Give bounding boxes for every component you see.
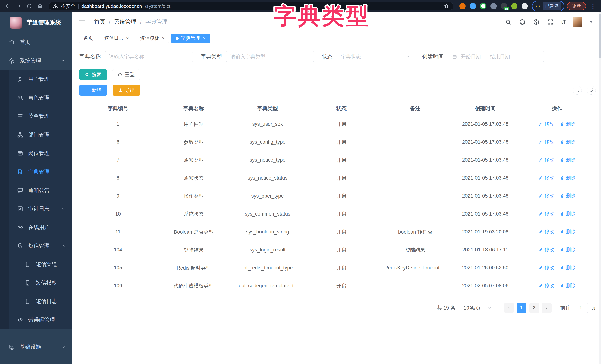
extension-blue-drop[interactable]	[470, 3, 476, 9]
sidebar-item-home[interactable]: 首页	[0, 33, 72, 51]
edit-link[interactable]: 修改	[539, 157, 554, 163]
edit-link[interactable]: 修改	[539, 192, 554, 199]
sidebar-item-role[interactable]: 角色管理	[0, 89, 72, 107]
date-range-picker[interactable]: 开始日期 - 结束日期	[448, 51, 544, 62]
help-icon[interactable]	[533, 19, 540, 25]
cell-type[interactable]: sys_user_sex	[230, 115, 304, 133]
fullscreen-icon[interactable]	[547, 19, 554, 25]
edit-link[interactable]: 修改	[539, 139, 554, 145]
page-size-select[interactable]: 10条/页	[460, 303, 495, 313]
browser-menu-icon[interactable]: ⋮	[589, 2, 597, 10]
delete-link[interactable]: 删除	[560, 192, 576, 199]
cell-type[interactable]: sys_login_result	[230, 241, 304, 259]
close-tab-icon[interactable]: ×	[126, 35, 129, 41]
search-button[interactable]: 搜索	[79, 69, 107, 80]
collapse-sidebar-icon[interactable]	[79, 18, 86, 26]
edit-link[interactable]: 修改	[539, 211, 554, 217]
cell-actions: 修改删除	[518, 277, 596, 295]
tab-home[interactable]: 首页	[79, 33, 97, 43]
close-tab-icon[interactable]: ×	[162, 35, 165, 41]
delete-link[interactable]: 删除	[560, 121, 576, 127]
extension-proxy[interactable]: on	[501, 3, 507, 9]
sidebar-item-sms-template[interactable]: 短信模板	[0, 274, 72, 292]
extension-ghost[interactable]	[521, 3, 528, 9]
extension-leaf[interactable]	[511, 3, 518, 9]
github-icon[interactable]	[519, 19, 526, 25]
dict-type-input[interactable]	[226, 51, 314, 62]
search-icon[interactable]	[505, 19, 511, 25]
sidebar-item-sms[interactable]: 短信管理	[0, 237, 72, 255]
sidebar-item-menu[interactable]: 菜单管理	[0, 107, 72, 126]
delete-link[interactable]: 删除	[560, 246, 576, 253]
delete-link[interactable]: 删除	[560, 264, 576, 271]
sidebar-item-system[interactable]: 系统管理	[0, 51, 72, 70]
bookmark-star-icon[interactable]	[444, 3, 449, 9]
breadcrumb-item[interactable]: 首页	[94, 18, 105, 26]
sidebar-item-error-code[interactable]: 错误码管理	[0, 311, 72, 329]
page-button-2[interactable]: 2	[529, 303, 539, 313]
delete-link[interactable]: 删除	[560, 282, 576, 289]
cell-type[interactable]: inf_redis_timeout_type	[230, 259, 304, 277]
tab-sms-log[interactable]: 短信日志×	[100, 33, 133, 43]
browser-home-icon[interactable]	[36, 2, 44, 10]
edit-link[interactable]: 修改	[539, 121, 554, 127]
goto-page-input[interactable]	[574, 303, 588, 313]
extension-grid[interactable]	[491, 3, 497, 9]
cell-type[interactable]: sys_notice_status	[230, 169, 304, 187]
edit-link[interactable]: 修改	[539, 282, 554, 289]
extension-green-circle[interactable]	[480, 3, 486, 9]
delete-link[interactable]: 删除	[560, 211, 576, 217]
status-select[interactable]: 字典状态	[337, 51, 414, 62]
user-avatar[interactable]	[573, 17, 582, 27]
tab-sms-template[interactable]: 短信模板×	[136, 33, 169, 43]
font-size-icon[interactable]: tT	[561, 19, 566, 25]
sidebar-item-infra[interactable]: 基础设施	[0, 338, 72, 356]
prev-page-button[interactable]	[504, 303, 514, 313]
logo-row[interactable]: 芋道管理系统	[0, 12, 72, 33]
edit-link[interactable]: 修改	[539, 228, 554, 235]
scrollbar-thumb[interactable]	[599, 14, 601, 58]
sidebar-item-user[interactable]: 用户管理	[0, 70, 72, 89]
edit-link[interactable]: 修改	[539, 264, 554, 271]
sidebar-item-dict[interactable]: 字典管理	[0, 162, 72, 181]
reset-button[interactable]: 重置	[112, 69, 140, 80]
tab-dict[interactable]: 字典管理×	[171, 33, 210, 43]
delete-link[interactable]: 删除	[560, 157, 576, 163]
breadcrumb-item[interactable]: 系统管理	[114, 18, 136, 26]
scrollbar-track[interactable]	[599, 12, 601, 364]
sidebar-item-dept[interactable]: 部门管理	[0, 126, 72, 144]
cell-type[interactable]: sys_common_status	[230, 205, 304, 223]
user-menu-caret-icon[interactable]	[590, 21, 593, 24]
sidebar-item-sms-channel[interactable]: 短信渠道	[0, 255, 72, 274]
delete-link[interactable]: 删除	[560, 228, 576, 235]
cell-type[interactable]: tool_codegen_template_t...	[230, 277, 304, 295]
extension-orange[interactable]	[459, 3, 466, 9]
sidebar-item-audit-log[interactable]: 审计日志	[0, 200, 72, 218]
cell-type[interactable]: sys_config_type	[230, 133, 304, 151]
sidebar-item-notice[interactable]: 通知公告	[0, 181, 72, 200]
sidebar-item-post[interactable]: 岗位管理	[0, 144, 72, 162]
cell-type[interactable]: sys_oper_type	[230, 187, 304, 205]
browser-reload-icon[interactable]	[25, 2, 33, 10]
dict-name-input[interactable]	[105, 51, 193, 62]
browser-back-icon[interactable]	[4, 2, 12, 10]
delete-link[interactable]: 删除	[560, 139, 576, 145]
browser-forward-icon[interactable]	[14, 2, 23, 10]
paused-extension-badge[interactable]: ☺ 已暂停	[532, 1, 564, 11]
page-button-1[interactable]: 1	[517, 303, 526, 313]
edit-link[interactable]: 修改	[539, 246, 554, 253]
export-button[interactable]: 导出	[113, 85, 140, 96]
sidebar-item-online-user[interactable]: 在线用户	[0, 218, 72, 237]
cell-type[interactable]: sys_boolean_string	[230, 223, 304, 241]
next-page-button[interactable]	[542, 303, 551, 313]
toggle-search-button[interactable]	[573, 86, 582, 95]
browser-address-bar[interactable]: 不安全 dashboard.yudao.iocoder.cn/system/di…	[49, 2, 453, 10]
add-button[interactable]: 新增	[79, 85, 107, 96]
edit-link[interactable]: 修改	[539, 175, 554, 181]
delete-link[interactable]: 删除	[560, 175, 576, 181]
sidebar-item-sms-log[interactable]: 短信日志	[0, 292, 72, 311]
cell-type[interactable]: sys_notice_type	[230, 151, 304, 169]
close-tab-icon[interactable]: ×	[203, 35, 206, 41]
browser-update-button[interactable]: 更新	[567, 2, 586, 10]
refresh-table-button[interactable]	[587, 86, 596, 95]
